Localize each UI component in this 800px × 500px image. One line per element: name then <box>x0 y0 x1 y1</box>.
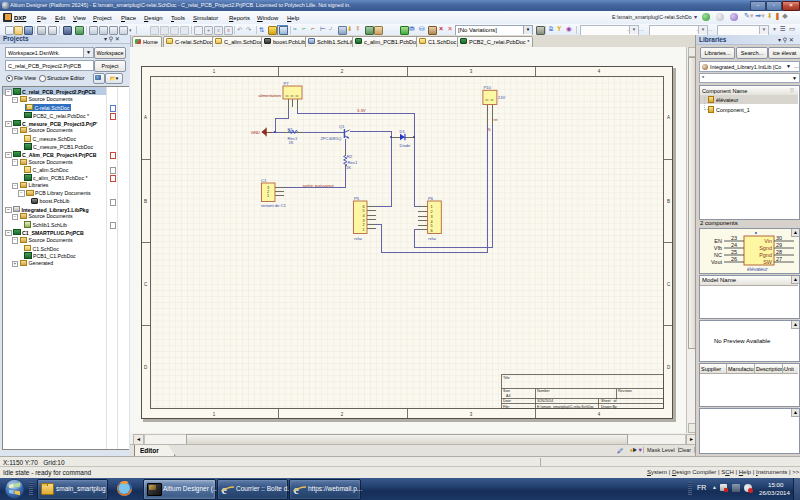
svg-text:1K: 1K <box>289 140 294 145</box>
svg-text:2PC4081Q: 2PC4081Q <box>321 136 342 141</box>
svg-text:Q1: Q1 <box>339 124 345 129</box>
svg-text:Vin: Vin <box>764 238 772 244</box>
svg-text:1: 1 <box>267 194 269 198</box>
svg-text:ret: ret <box>494 118 498 122</box>
svg-text:Date:: Date: <box>503 399 512 403</box>
svg-text:GND: GND <box>251 130 260 135</box>
svg-text:1: 1 <box>431 205 433 209</box>
svg-text:27: 27 <box>776 256 782 262</box>
svg-text:26: 26 <box>731 256 737 262</box>
svg-text:alimentation: alimentation <box>258 93 281 98</box>
svg-text:1K: 1K <box>346 165 351 170</box>
svg-text:venant de C1: venant de C1 <box>261 203 287 208</box>
svg-text:Sheet of: Sheet of <box>601 399 616 403</box>
svg-text:sortie: puissance: sortie: puissance <box>303 183 335 188</box>
svg-text:A4: A4 <box>506 394 510 398</box>
svg-text:3: 3 <box>362 219 364 223</box>
svg-text:B: B <box>144 199 147 204</box>
svg-text:Revision: Revision <box>618 389 632 393</box>
svg-text:SW: SW <box>763 259 773 265</box>
svg-text:3/26/2014: 3/26/2014 <box>537 399 553 403</box>
svg-text:relai: relai <box>354 236 362 241</box>
svg-text:A: A <box>144 115 147 120</box>
svg-text:P7: P7 <box>284 81 290 86</box>
svg-text:relai: relai <box>428 236 436 241</box>
svg-text:E:\smain_smartplug\C-relai.Sch: E:\smain_smartplug\C-relai.SchDoc <box>537 405 594 409</box>
svg-text:R1: R1 <box>288 127 294 132</box>
svg-text:Title: Title <box>503 376 510 380</box>
svg-text:Sgnd: Sgnd <box>759 245 772 251</box>
svg-text:24: 24 <box>731 242 737 248</box>
svg-text:Vout: Vout <box>711 259 722 265</box>
svg-text:B: B <box>667 199 670 204</box>
svg-text:4: 4 <box>431 220 433 224</box>
svg-text:28: 28 <box>776 249 782 255</box>
svg-text:Diode: Diode <box>400 143 412 148</box>
svg-text:23: 23 <box>731 235 737 241</box>
svg-text:4: 4 <box>362 214 364 218</box>
svg-text:P10: P10 <box>483 85 491 90</box>
svg-text:3.3V: 3.3V <box>357 108 366 113</box>
svg-text:25: 25 <box>731 249 737 255</box>
svg-text:29: 29 <box>776 242 782 248</box>
svg-text:3: 3 <box>431 215 433 219</box>
svg-text:A: A <box>667 115 670 120</box>
svg-text:C1: C1 <box>261 178 267 183</box>
svg-text:élévateur: élévateur <box>747 266 768 272</box>
svg-text:R2: R2 <box>347 154 353 159</box>
svg-text:6: 6 <box>431 229 433 233</box>
svg-text:2: 2 <box>431 210 433 214</box>
svg-text:Number: Number <box>537 389 551 393</box>
svg-text:P5: P5 <box>354 196 360 201</box>
svg-text:Drawn By:: Drawn By: <box>601 405 618 409</box>
svg-text:5: 5 <box>362 209 364 213</box>
svg-text:D1: D1 <box>400 129 406 134</box>
svg-text:30: 30 <box>776 235 782 241</box>
svg-text:1: 1 <box>362 228 364 232</box>
svg-text:2: 2 <box>362 223 364 227</box>
svg-text:NC: NC <box>714 252 722 258</box>
svg-text:24V: 24V <box>498 95 506 100</box>
svg-text:P6: P6 <box>428 196 434 201</box>
svg-text:File:: File: <box>503 405 510 409</box>
svg-text:Vfb: Vfb <box>714 245 722 251</box>
svg-text:Size: Size <box>503 389 510 393</box>
svg-text:Pgnd: Pgnd <box>759 252 772 258</box>
svg-text:6: 6 <box>362 205 364 209</box>
svg-text:EN: EN <box>714 238 722 244</box>
